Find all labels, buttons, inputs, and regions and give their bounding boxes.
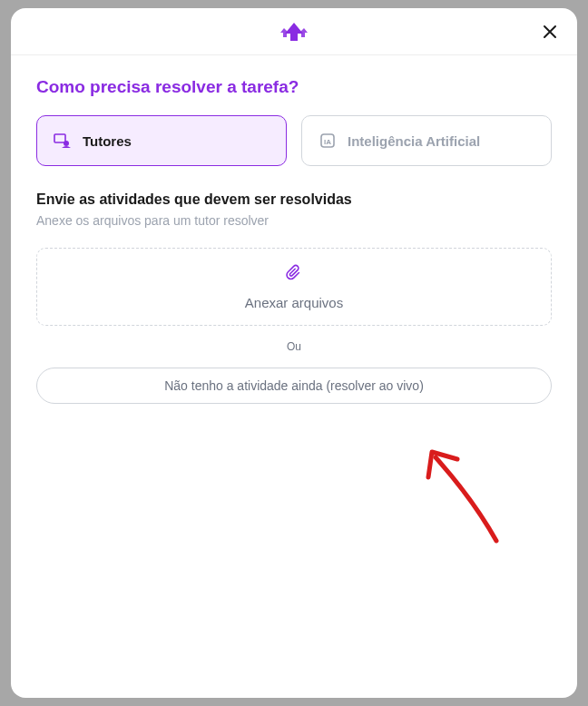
- ai-icon: IA: [318, 132, 337, 150]
- question-title: Como precisa resolver a tarefa?: [36, 77, 552, 97]
- no-activity-label: Não tenho a atividade ainda (resolver ao…: [164, 378, 424, 393]
- option-tutors-label: Tutores: [83, 133, 132, 149]
- upload-title: Envie as atividades que devem ser resolv…: [36, 191, 552, 208]
- separator-label: Ou: [36, 340, 552, 353]
- close-icon: [543, 25, 557, 39]
- no-activity-button[interactable]: Não tenho a atividade ainda (resolver ao…: [36, 368, 552, 404]
- option-ai-label: Inteligência Artificial: [348, 133, 480, 149]
- modal-container: Como precisa resolver a tarefa? Tutores …: [11, 8, 577, 698]
- upload-subtitle: Anexe os arquivos para um tutor resolver: [36, 213, 552, 228]
- logo-icon: [280, 21, 308, 43]
- modal-body: Como precisa resolver a tarefa? Tutores …: [11, 55, 577, 698]
- file-dropzone[interactable]: Anexar arquivos: [36, 248, 552, 326]
- option-ai[interactable]: IA Inteligência Artificial: [301, 115, 552, 166]
- close-button[interactable]: [541, 23, 559, 41]
- attachment-icon: [285, 264, 303, 286]
- brand-logo: [280, 21, 308, 43]
- tutors-icon: [54, 132, 72, 150]
- modal-header: [11, 8, 577, 55]
- svg-rect-0: [54, 134, 65, 142]
- svg-point-1: [64, 141, 69, 146]
- svg-text:IA: IA: [324, 138, 331, 146]
- annotation-arrow: [410, 432, 519, 550]
- option-tutors[interactable]: Tutores: [36, 115, 287, 166]
- dropzone-label: Anexar arquivos: [245, 295, 343, 310]
- options-row: Tutores IA Inteligência Artificial: [36, 115, 552, 166]
